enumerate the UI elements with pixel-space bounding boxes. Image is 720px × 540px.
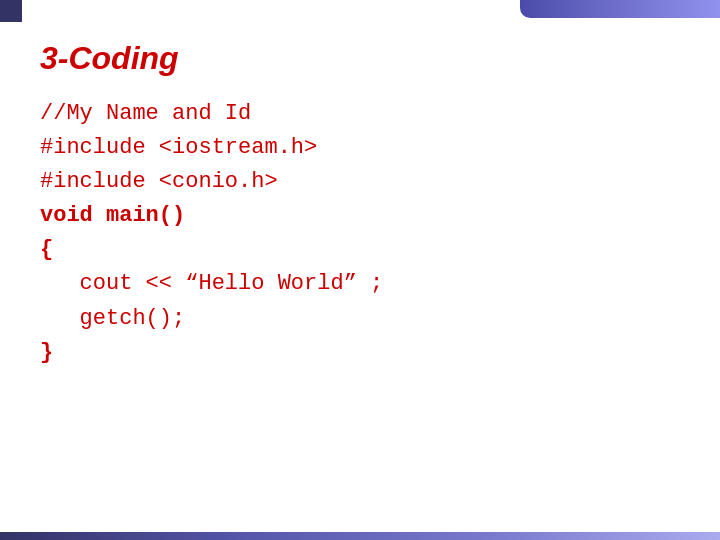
code-line-6: cout << “Hello World” ; [40, 267, 680, 301]
code-line-7: getch(); [40, 302, 680, 336]
top-left-decoration [0, 0, 22, 22]
code-block: //My Name and Id #include <iostream.h> #… [40, 97, 680, 370]
top-bar-decoration [520, 0, 720, 18]
code-line-5: { [40, 233, 680, 267]
slide-container: 3-Coding //My Name and Id #include <iost… [0, 0, 720, 540]
code-line-1: //My Name and Id [40, 97, 680, 131]
code-line-4: void main() [40, 199, 680, 233]
code-line-3: #include <conio.h> [40, 165, 680, 199]
bottom-bar-decoration [0, 532, 720, 540]
code-line-2: #include <iostream.h> [40, 131, 680, 165]
code-line-8: } [40, 336, 680, 370]
slide-title: 3-Coding [40, 40, 680, 77]
